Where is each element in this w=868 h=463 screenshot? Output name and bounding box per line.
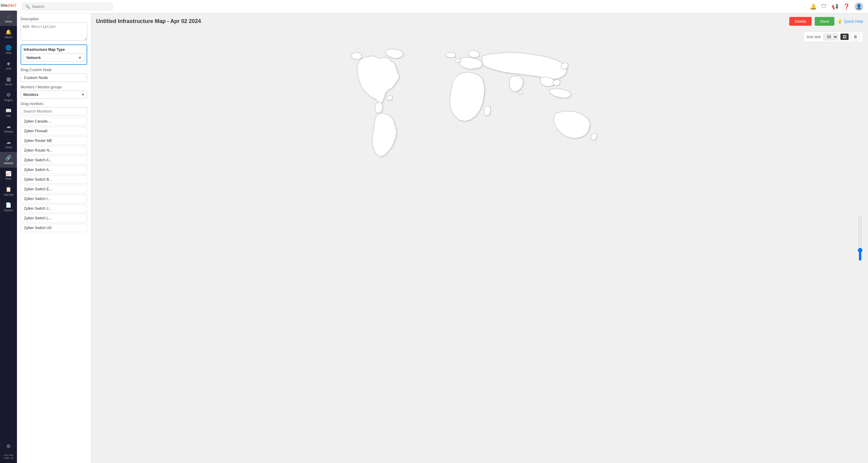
sidebar-item-alarms[interactable]: 🔔 Alarms bbox=[0, 26, 17, 42]
world-map-svg: .land { fill: #fff; stroke: #aaa; stroke… bbox=[343, 43, 616, 180]
broadcast-icon[interactable]: 📢 bbox=[832, 3, 838, 10]
map-header-right: Delete Save 💡 Quick Help bbox=[789, 17, 863, 26]
sidebar-label-plugins: Plugins bbox=[4, 99, 13, 102]
logo-text: Site24x7 bbox=[1, 3, 17, 7]
map-type-select-wrapper: Network Server Cloud ▼ bbox=[24, 54, 84, 62]
search-monitors-input[interactable] bbox=[21, 107, 87, 115]
sidebar-item-applogs[interactable]: 📋 AppLogs bbox=[0, 184, 17, 199]
sidebar-item-apm[interactable]: ◈ APM bbox=[0, 58, 17, 73]
sidebar-label-home: Home bbox=[5, 20, 12, 23]
drag-monitors-label: Drag monitors bbox=[21, 102, 87, 106]
topbar: 🔍 🔔 🛡 📢 ❓ 👤 bbox=[17, 0, 868, 13]
vmware-icon: ☁ bbox=[6, 124, 11, 129]
quick-help-link[interactable]: 💡 Quick Help bbox=[837, 19, 863, 24]
monitor-item[interactable]: Zylker Switch J... bbox=[21, 204, 87, 213]
delete-button[interactable]: Delete bbox=[789, 17, 812, 26]
map-type-select[interactable]: Network Server Cloud bbox=[24, 54, 84, 62]
notifications-icon[interactable]: 🔔 bbox=[810, 3, 816, 10]
monitors-label: Monitors / Monitor groups bbox=[21, 85, 87, 89]
network-icon: 🔗 bbox=[5, 155, 11, 161]
sidebar-label-server: Server bbox=[4, 83, 12, 86]
cloud-icon: ☁ bbox=[6, 139, 11, 145]
map-header: Untitled Infrastructure Map - Apr 02 202… bbox=[91, 13, 868, 29]
user-avatar[interactable]: 👤 bbox=[855, 2, 863, 11]
sidebar-bottom: ⚙ 3:07 PM 2 Apr, 24 bbox=[2, 438, 14, 463]
main-content: 🔍 🔔 🛡 📢 ❓ 👤 Description Infrastructure M… bbox=[17, 0, 868, 463]
apm-icon: ◈ bbox=[7, 61, 10, 66]
sidebar-item-reports[interactable]: 📄 Reports bbox=[0, 199, 17, 215]
monitor-item[interactable]: Zylker Switch A... bbox=[21, 156, 87, 164]
applogs-icon: 📋 bbox=[5, 187, 11, 192]
sidebar-label-kbs: KBs bbox=[6, 114, 11, 118]
description-textarea[interactable] bbox=[21, 23, 87, 40]
map-type-label: Infrastructure Map Type bbox=[24, 47, 84, 52]
sidebar-item-vmware[interactable]: ☁ VMware bbox=[0, 121, 17, 136]
content-area: Description Infrastructure Map Type Netw… bbox=[17, 13, 868, 463]
map-type-section: Infrastructure Map Type Network Server C… bbox=[21, 44, 87, 65]
save-button[interactable]: Save bbox=[815, 17, 835, 26]
app-logo: Site24x7 bbox=[0, 0, 17, 10]
plugins-icon: ⚙ bbox=[6, 92, 10, 98]
lightbulb-icon: 💡 bbox=[837, 19, 842, 24]
map-area: Untitled Infrastructure Map - Apr 02 202… bbox=[91, 13, 868, 463]
sidebar-item-home[interactable]: ⌂ Home bbox=[0, 10, 17, 26]
sidebar-item-cloud[interactable]: ☁ Cloud bbox=[0, 136, 17, 152]
custom-node-draggable[interactable]: Custom Node bbox=[21, 73, 87, 82]
search-box[interactable]: 🔍 bbox=[22, 3, 113, 10]
map-toolbar: Icon size 5 10 15 20 🖼 🗑 bbox=[804, 31, 863, 42]
map-title: Untitled Infrastructure Map - Apr 02 202… bbox=[96, 18, 201, 25]
monitor-item[interactable]: Zylker Switch US bbox=[21, 224, 87, 232]
custom-node-section: Drag Custom Node Custom Node bbox=[21, 68, 87, 82]
search-icon: 🔍 bbox=[25, 4, 30, 9]
description-label: Description bbox=[21, 17, 87, 21]
sidebar-item-kbs[interactable]: 📖 KBs bbox=[0, 105, 17, 121]
sidebar-label-apm: APM bbox=[6, 67, 11, 70]
search-input[interactable] bbox=[32, 4, 109, 9]
sidebar-label-web: Web bbox=[6, 52, 11, 55]
settings-icon: ⚙ bbox=[6, 443, 10, 449]
zoom-slider bbox=[857, 216, 863, 261]
sidebar-label-alarms: Alarms bbox=[4, 36, 12, 39]
sidebar-item-settings[interactable]: ⚙ bbox=[2, 440, 14, 452]
sidebar-time: 3:07 PM 2 Apr, 24 bbox=[2, 453, 14, 461]
sidebar-item-rum[interactable]: 📈 RUM bbox=[0, 168, 17, 184]
sidebar-item-network[interactable]: 🔗 Network bbox=[0, 152, 17, 168]
kbs-icon: 📖 bbox=[5, 108, 11, 113]
monitors-section: Monitors / Monitor groups Monitors Monit… bbox=[21, 85, 87, 99]
monitor-item[interactable]: Zylker Firewall bbox=[21, 127, 87, 135]
icon-size-select[interactable]: 5 10 15 20 bbox=[824, 34, 838, 40]
sidebar-nav: ⌂ Home 🔔 Alarms 🌐 Web ◈ APM ▦ Server ⚙ P… bbox=[0, 10, 17, 438]
monitor-item[interactable]: Zylker Switch A... bbox=[21, 166, 87, 174]
sidebar-label-cloud: Cloud bbox=[5, 146, 12, 149]
drag-monitors-section: Drag monitors Zylker Canada ... Zylker F… bbox=[21, 102, 87, 232]
monitor-item[interactable]: Zylker Canada ... bbox=[21, 117, 87, 126]
sidebar-item-plugins[interactable]: ⚙ Plugins bbox=[0, 89, 17, 105]
home-icon: ⌂ bbox=[7, 13, 10, 19]
monitor-item[interactable]: Zylker Router ME bbox=[21, 136, 87, 145]
left-panel: Description Infrastructure Map Type Netw… bbox=[17, 13, 91, 463]
monitor-item[interactable]: Zylker Router N... bbox=[21, 146, 87, 155]
monitors-type-wrapper: Monitors Monitor Groups ▼ bbox=[21, 91, 87, 99]
monitor-item[interactable]: Zylker Switch I... bbox=[21, 195, 87, 203]
monitor-list: Zylker Canada ... Zylker Firewall Zylker… bbox=[21, 117, 87, 232]
rum-icon: 📈 bbox=[5, 171, 11, 176]
description-section: Description bbox=[21, 17, 87, 41]
monitor-item[interactable]: Zylker Switch L... bbox=[21, 214, 87, 223]
sidebar-label-vmware: VMware bbox=[4, 130, 13, 133]
monitors-type-select[interactable]: Monitors Monitor Groups bbox=[21, 91, 87, 99]
monitor-item[interactable]: Zylker Switch B... bbox=[21, 175, 87, 184]
topbar-right: 🔔 🛡 📢 ❓ 👤 bbox=[810, 2, 863, 11]
shield-icon[interactable]: 🛡 bbox=[822, 3, 827, 10]
trash-button[interactable]: 🗑 bbox=[851, 33, 860, 40]
sidebar-label-rum: RUM bbox=[5, 177, 11, 180]
world-map: .land { fill: #fff; stroke: #aaa; stroke… bbox=[343, 43, 616, 181]
zoom-range-input[interactable] bbox=[857, 216, 863, 261]
sidebar-item-web[interactable]: 🌐 Web bbox=[0, 42, 17, 58]
custom-node-label: Drag Custom Node bbox=[21, 68, 87, 72]
sidebar-label-network: Network bbox=[4, 162, 13, 165]
bg-image-button[interactable]: 🖼 bbox=[840, 34, 848, 40]
monitor-item[interactable]: Zylker Switch E... bbox=[21, 185, 87, 193]
sidebar-item-server[interactable]: ▦ Server bbox=[0, 73, 17, 89]
help-icon[interactable]: ❓ bbox=[843, 3, 850, 10]
sidebar-label-reports: Reports bbox=[4, 209, 13, 212]
